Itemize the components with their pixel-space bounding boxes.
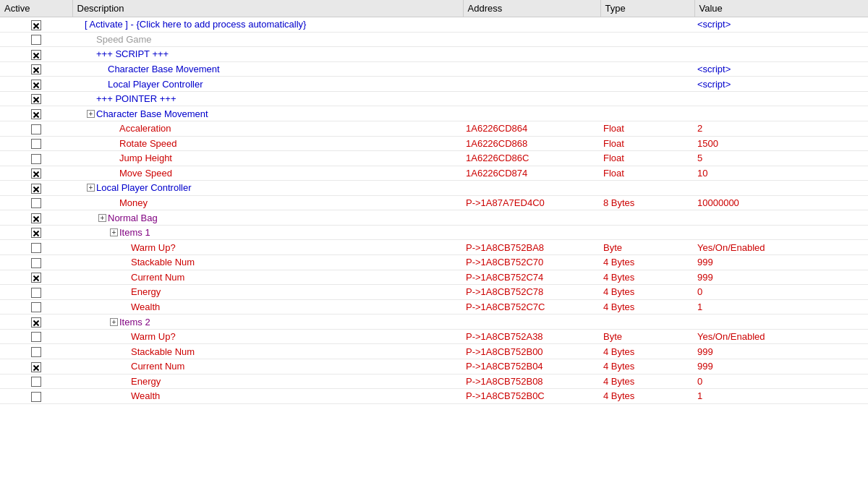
active-cell [0, 195, 72, 210]
value-cell: <script> [694, 77, 868, 92]
value-cell: 0 [694, 374, 868, 389]
checkbox[interactable] [31, 20, 41, 30]
checkbox[interactable] [31, 317, 41, 328]
checkbox[interactable] [31, 273, 41, 283]
checkbox[interactable] [31, 184, 41, 194]
addr-cell [463, 17, 600, 33]
active-cell [0, 121, 72, 136]
table-row: Speed Game [0, 32, 868, 47]
table-row: +Items 1 [0, 225, 868, 240]
desc-text: Stackable Num [131, 257, 195, 267]
type-cell [600, 32, 694, 47]
header-val: Value [694, 0, 868, 17]
desc-text: Energy [131, 286, 161, 297]
value-cell: 999 [694, 359, 868, 374]
checkbox[interactable] [31, 198, 41, 208]
desc-cell: Money [72, 195, 463, 210]
type-cell [600, 106, 694, 121]
active-cell [0, 32, 72, 47]
value-cell: 999 [694, 255, 868, 270]
addr-cell: P->1A8CB752C7C [463, 299, 600, 314]
desc-cell: +Items 1 [72, 225, 463, 240]
table-row: +++ SCRIPT +++ [0, 47, 868, 62]
value-cell: 5 [694, 151, 868, 166]
active-cell [0, 61, 72, 77]
value-cell: 0 [694, 285, 868, 300]
checkbox[interactable] [31, 109, 41, 119]
table-row: WealthP->1A8CB752C7C4 Bytes1 [0, 299, 868, 314]
value-cell: 2 [694, 121, 868, 136]
desc-cell: Warm Up? [72, 240, 463, 255]
checkbox[interactable] [31, 94, 41, 104]
checkbox[interactable] [31, 50, 41, 60]
desc-cell: Energy [72, 374, 463, 389]
checkbox[interactable] [31, 213, 41, 223]
active-cell [0, 270, 72, 285]
desc-text: +++ SCRIPT +++ [96, 48, 169, 59]
type-cell: 4 Bytes [600, 344, 694, 359]
table-row: Current NumP->1A8CB752B044 Bytes999 [0, 359, 868, 374]
table-row: [ Activate ] - {Click here to add proces… [0, 17, 868, 33]
type-cell: Float [600, 136, 694, 151]
desc-text: Character Base Movement [96, 108, 208, 119]
checkbox[interactable] [31, 168, 41, 179]
checkbox[interactable] [31, 139, 41, 149]
type-cell: 8 Bytes [600, 195, 694, 210]
checkbox[interactable] [31, 347, 41, 357]
checkbox[interactable] [31, 288, 41, 298]
active-cell [0, 255, 72, 270]
table-row: Warm Up?P->1A8CB752BA8ByteYes/On/Enabled [0, 240, 868, 255]
checkbox[interactable] [31, 332, 41, 342]
checkbox[interactable] [31, 80, 41, 90]
value-cell [694, 32, 868, 47]
table-row: +++ POINTER +++ [0, 91, 868, 106]
active-cell [0, 225, 72, 240]
desc-text: Speed Game [96, 34, 152, 45]
desc-cell: Wealth [72, 389, 463, 404]
desc-cell: Speed Game [72, 32, 463, 47]
value-cell: 999 [694, 344, 868, 359]
desc-cell: Wealth [72, 299, 463, 314]
checkbox[interactable] [31, 377, 41, 387]
addr-cell: P->1A87A7ED4C0 [463, 195, 600, 210]
type-cell: Float [600, 121, 694, 136]
desc-cell: Rotate Speed [72, 136, 463, 151]
checkbox[interactable] [31, 302, 41, 312]
checkbox[interactable] [31, 64, 41, 74]
active-cell [0, 136, 72, 151]
desc-text: Move Speed [119, 168, 172, 179]
expand-button[interactable]: + [110, 228, 118, 236]
checkbox[interactable] [31, 154, 41, 164]
desc-text: Current Num [131, 272, 184, 283]
checkbox[interactable] [31, 243, 41, 253]
expand-button[interactable]: + [110, 318, 118, 326]
addr-cell: P->1A8CB752C74 [463, 270, 600, 285]
expand-button[interactable]: + [87, 184, 95, 192]
value-cell [694, 210, 868, 226]
checkbox[interactable] [31, 258, 41, 268]
checkbox[interactable] [31, 124, 41, 134]
expand-button[interactable]: + [87, 110, 95, 118]
active-cell [0, 77, 72, 92]
type-cell [600, 91, 694, 106]
checkbox[interactable] [31, 228, 41, 238]
type-cell [600, 61, 694, 77]
checkbox[interactable] [31, 362, 41, 372]
checkbox[interactable] [31, 392, 41, 402]
addr-cell: P->1A8CB752B00 [463, 344, 600, 359]
type-cell: Float [600, 166, 694, 181]
addr-cell: 1A6226CD86C [463, 151, 600, 166]
desc-text: Stackable Num [131, 346, 195, 357]
checkbox[interactable] [31, 35, 41, 45]
desc-text: Current Num [131, 361, 184, 372]
header-active: Active [0, 0, 72, 17]
active-cell [0, 47, 72, 62]
expand-button[interactable]: + [98, 214, 106, 222]
active-cell [0, 240, 72, 255]
value-cell: 10000000 [694, 195, 868, 210]
value-cell [694, 225, 868, 240]
desc-cell: Stackable Num [72, 344, 463, 359]
table-row: Character Base Movement<script> [0, 61, 868, 77]
value-cell: Yes/On/Enabled [694, 329, 868, 344]
addr-cell [463, 91, 600, 106]
